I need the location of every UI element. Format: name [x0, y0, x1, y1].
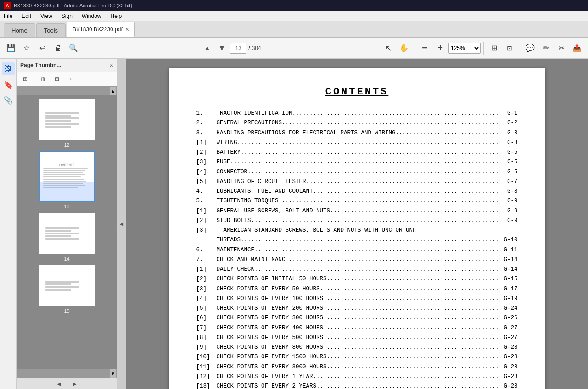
toc-entry: [5] HANDLING OF CIRCUIT TESTER..........… [196, 177, 518, 187]
panel-delete-button[interactable]: 🗑 [37, 74, 49, 84]
bookmark-button[interactable]: ☆ [19, 41, 34, 56]
toc-entry: [11] CHECK POINTS OF EVERY 3000 HOURS...… [196, 362, 518, 372]
tab-tools[interactable]: Tools [36, 23, 66, 37]
toc-entry: [1] GENERAL USE SCREWS, BOLT AND NUTS...… [196, 206, 518, 216]
toc-entry: 7. CHECK AND MAINTENANCE................… [196, 255, 518, 265]
thumbnail-image-12 [39, 99, 95, 140]
toc-entry: [2] BATTERY.............................… [196, 148, 518, 157]
scroll-down-button[interactable]: ▼ [110, 369, 116, 378]
tab-document[interactable]: BX1830 BX2230.pdf × [67, 22, 135, 37]
tab-close-button[interactable]: × [125, 26, 129, 33]
thumbnail-label-12: 12 [64, 142, 69, 148]
thumbnail-image-15 [39, 265, 95, 306]
thumbnail-image-14 [39, 213, 95, 254]
toc-entry: 3. HANDLING PRECAUTIONS FOR ELECTRICAL P… [196, 128, 518, 138]
toolbar-separator-3 [414, 42, 414, 55]
thumbnail-label-13: 13 [64, 204, 69, 209]
undo-button[interactable]: ↩ [35, 41, 50, 56]
panel-header: Page Thumbn... × [17, 59, 117, 72]
thumbnail-12[interactable]: 12 [39, 99, 95, 148]
thumbnail-15[interactable]: 15 [39, 265, 95, 314]
menu-bar: File Edit View Sign Window Help [0, 11, 588, 21]
pdf-page: CONTENTS 1. TRACTOR IDENTIFICATION......… [169, 68, 545, 389]
toc-entry: [2] STUD BOLTS..........................… [196, 216, 518, 226]
toc-entry: [13] CHECK POINTS OF EVERY 2 YEARS......… [196, 382, 518, 389]
toc-entry: [3] CHECK POINTS OF EVERY 50 HOURS......… [196, 284, 518, 294]
highlight-button[interactable]: ✏ [538, 41, 553, 56]
panel-toolbar: ⊞ 🗑 ⊟ › [17, 72, 117, 86]
toc-entry: 6. MAINTENANCE..........................… [196, 245, 518, 255]
thumbnails-list: 12 CONTENTS [17, 95, 117, 369]
menu-file[interactable]: File [2, 12, 14, 20]
panel-more-button[interactable]: › [65, 74, 77, 84]
toc-entry: [3] FUSE................................… [196, 157, 518, 167]
thumbnail-label-14: 14 [64, 256, 69, 261]
attachments-icon[interactable]: 📎 [2, 94, 15, 106]
page-up-button[interactable]: ▲ [201, 42, 213, 55]
thumbnail-13[interactable]: CONTENTS [39, 151, 95, 209]
menu-sign[interactable]: Sign [60, 12, 74, 20]
page-number-input[interactable]: 13 [230, 43, 246, 54]
bookmarks-icon[interactable]: 🔖 [2, 78, 15, 91]
zoom-in-button[interactable]: + [433, 41, 448, 56]
zoom-out-button[interactable]: − [417, 41, 432, 56]
panel-grid-button[interactable]: ⊞ [19, 74, 31, 84]
scroll-up-button[interactable]: ▲ [110, 87, 116, 95]
share-button[interactable]: 📤 [570, 41, 584, 56]
toc-entry: 1. TRACTOR IDENTIFICATION...............… [196, 109, 518, 118]
title-bar: A BX1830 BX2230.pdf - Adobe Acrobat Pro … [0, 0, 588, 11]
toolbar: 💾 ☆ ↩ 🖨 🔍 ▲ ▼ 13 / 304 ↖ ✋ − + 50% 75% 1… [0, 38, 588, 59]
pdf-viewer[interactable]: CONTENTS 1. TRACTOR IDENTIFICATION......… [126, 59, 588, 389]
toolbar-separator-2 [378, 42, 378, 55]
toolbar-separator-4 [483, 42, 484, 55]
pdf-title: CONTENTS [196, 86, 518, 98]
toc-entry: [7] CHECK POINTS OF EVERY 400 HOURS.....… [196, 323, 518, 333]
thumbnail-14[interactable]: 14 [39, 213, 95, 261]
tab-home[interactable]: Home [4, 23, 35, 37]
tab-bar: Home Tools BX1830 BX2230.pdf × [0, 21, 588, 38]
toc-entry: [2] CHECK POINTS OF INITIAL 50 HOURS....… [196, 274, 518, 284]
page-down-button[interactable]: ▼ [215, 42, 228, 55]
menu-help[interactable]: Help [109, 12, 124, 20]
toc-entry: [4] CONNECTOR...........................… [196, 167, 518, 177]
panel-scroll-right-button[interactable]: ► [72, 380, 78, 388]
thumbnails-icon[interactable]: 🖼 [2, 62, 15, 75]
collapse-panel-button[interactable]: ◄ [118, 59, 126, 389]
print-button[interactable]: 🖨 [50, 41, 65, 56]
toc-entry: THREADS.................................… [196, 235, 518, 245]
toc-entry: [5] CHECK POINTS OF EVERY 200 HOURS.....… [196, 304, 518, 313]
toc-entry: [8] CHECK POINTS OF EVERY 500 HOURS.....… [196, 333, 518, 343]
toc-entry: [4] CHECK POINTS OF EVERY 100 HOURS.....… [196, 294, 518, 304]
redact-button[interactable]: ✂ [554, 41, 569, 56]
toolbar-separator-1 [84, 42, 84, 55]
menu-view[interactable]: View [39, 12, 54, 20]
toc-entry: [10] CHECK POINTS OF EVERY 1500 HOURS...… [196, 352, 518, 362]
toc-entry: 4. LUBRICANTS, FUEL AND COOLANT.........… [196, 187, 518, 196]
panel-scroll-left-button[interactable]: ◄ [56, 380, 62, 388]
page-separator: / [248, 45, 250, 51]
menu-window[interactable]: Window [80, 12, 103, 20]
menu-edit[interactable]: Edit [20, 12, 33, 20]
zoom-dropdown[interactable]: 50% 75% 100% 125% 150% 175% 200% [448, 43, 481, 54]
panel-close-button[interactable]: × [110, 61, 113, 69]
panel-sep-1 [34, 75, 34, 83]
app-icon: A [4, 2, 11, 9]
search-button[interactable]: 🔍 [66, 41, 81, 56]
thumbnail-label-15: 15 [64, 308, 69, 314]
toc-entry: [9] CHECK POINTS OF EVERY 800 HOURS.....… [196, 343, 518, 352]
toc-entry: [1] DAILY CHECK.........................… [196, 265, 518, 274]
page-total: 304 [252, 45, 261, 51]
save-button[interactable]: 💾 [4, 41, 18, 56]
panel-split-button[interactable]: ⊟ [51, 74, 63, 84]
fit-page-button[interactable]: ⊞ [487, 41, 501, 56]
select-tool-button[interactable]: ↖ [381, 41, 396, 56]
hand-tool-button[interactable]: ✋ [397, 41, 411, 56]
thumbnails-panel: Page Thumbn... × ⊞ 🗑 ⊟ › ▲ [17, 59, 118, 389]
panel-title: Page Thumbn... [20, 62, 61, 68]
toc-entry: [12] CHECK POINTS OF EVERY 1 YEAR.......… [196, 372, 518, 382]
fit-width-button[interactable]: ⊡ [502, 41, 517, 56]
comment-button[interactable]: 💬 [523, 41, 538, 56]
toc-entry: [3] AMERICAN STANDARD SCREWS, BOLTS AND … [196, 226, 518, 235]
side-icon-panel: 🖼 🔖 📎 [0, 59, 17, 389]
tab-doc-label: BX1830 BX2230.pdf [73, 26, 123, 33]
